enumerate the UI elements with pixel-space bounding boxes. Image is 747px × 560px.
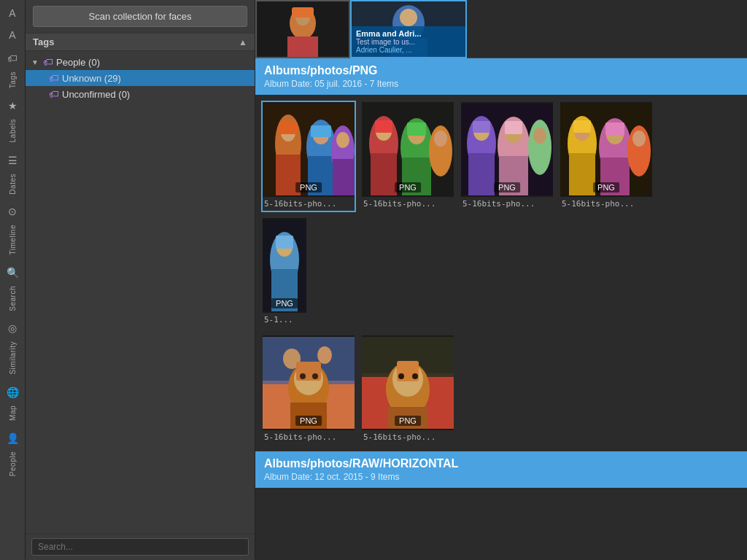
preview-desc: Test image to us... bbox=[356, 38, 461, 46]
labels-label: Labels bbox=[7, 116, 18, 145]
preview-title: Emma and Adri... bbox=[356, 29, 461, 38]
svg-rect-17 bbox=[311, 125, 331, 137]
svg-point-78 bbox=[412, 373, 418, 379]
map-icon: 🌐 bbox=[2, 382, 23, 402]
photo-item-2[interactable]: PNG 5-16bits-pho... bbox=[360, 101, 455, 212]
svg-rect-47 bbox=[573, 120, 591, 133]
album-header-raw: Albums/photos/RAW/HORIZONTAL Album Date:… bbox=[255, 451, 747, 488]
search-label: Search bbox=[7, 283, 18, 314]
dates-icon: ☰ bbox=[2, 150, 23, 171]
photo-name-2: 5-16bits-pho... bbox=[362, 197, 454, 211]
tag-tree: ▼ 🏷 People (0) 🏷 Unknown (29) 🏷 Unconfir… bbox=[26, 51, 255, 533]
tree-label-unknown: Unknown (29) bbox=[62, 73, 121, 84]
photo-name-7: 5-16bits-pho... bbox=[362, 430, 454, 444]
photos-grid-png: PNG 5-16bits-pho... bbox=[255, 95, 747, 334]
svg-rect-23 bbox=[371, 153, 397, 195]
svg-rect-4 bbox=[292, 7, 314, 18]
svg-point-68 bbox=[300, 373, 306, 379]
photo-item-1[interactable]: PNG 5-16bits-pho... bbox=[261, 101, 356, 212]
svg-point-53 bbox=[632, 131, 646, 147]
preview-link: Adrien Caulier, ... bbox=[356, 46, 461, 54]
preview-thumb-selected[interactable]: Emma and Adri... Test image to us... Adr… bbox=[350, 0, 467, 58]
photo-name-4: 5-16bits-pho... bbox=[560, 197, 652, 211]
svg-point-20 bbox=[336, 132, 349, 148]
album-section-raw: Albums/photos/RAW/HORIZONTAL Album Date:… bbox=[255, 451, 747, 488]
timeline-label: Timeline bbox=[7, 222, 18, 257]
album-title-raw: Albums/photos/RAW/HORIZONTAL bbox=[264, 457, 738, 470]
svg-rect-25 bbox=[375, 120, 392, 133]
similarity-icon: ◎ bbox=[2, 318, 23, 338]
photo-thumb-1: PNG bbox=[263, 102, 355, 197]
svg-point-8 bbox=[400, 9, 417, 26]
tree-label-people: People (0) bbox=[56, 57, 100, 68]
photo-thumb-4: PNG bbox=[560, 102, 652, 197]
tree-item-unknown[interactable]: 🏷 Unknown (29) bbox=[26, 70, 255, 86]
photo-item-7[interactable]: PNG 5-16bits-pho... bbox=[360, 334, 455, 446]
photo-label-4: PNG bbox=[593, 182, 619, 192]
photo-label-2: PNG bbox=[395, 182, 421, 192]
sidebar-group-tags[interactable]: 🏷 Tags bbox=[2, 47, 23, 93]
photo-name-3: 5-16bits-pho... bbox=[461, 197, 553, 211]
sidebar: A A 🏷 Tags ★ Labels ☰ Dates ⊙ Timeline 🔍… bbox=[0, 0, 26, 560]
sidebar-group-similarity[interactable]: ◎ Similarity bbox=[2, 316, 23, 379]
sidebar-group-map[interactable]: 🌐 Map bbox=[2, 381, 23, 425]
sidebar-group-dates[interactable]: ☰ Dates bbox=[2, 149, 23, 199]
photo-thumb-3: PNG bbox=[461, 102, 553, 197]
sidebar-group-labels[interactable]: ★ Labels bbox=[2, 94, 23, 147]
svg-rect-34 bbox=[468, 153, 495, 195]
dates-label: Dates bbox=[7, 171, 18, 198]
photo-thumb-2: PNG bbox=[362, 102, 454, 197]
tags-header[interactable]: Tags ▲ bbox=[26, 33, 255, 51]
album-date-raw: Album Date: 12 oct. 2015 - 9 Items bbox=[264, 472, 738, 482]
sidebar-icon-a2[interactable]: A bbox=[2, 25, 23, 45]
svg-point-31 bbox=[434, 131, 447, 147]
people-icon: 👤 bbox=[2, 428, 23, 448]
sidebar-icon-a1[interactable]: A bbox=[2, 3, 23, 23]
tags-label: Tags bbox=[7, 69, 18, 91]
sidebar-group-timeline[interactable]: ⊙ Timeline bbox=[2, 200, 23, 259]
people-label: People bbox=[7, 448, 18, 479]
panel: Scan collection for faces Tags ▲ ▼ 🏷 Peo… bbox=[26, 0, 255, 560]
tree-icon-people: 🏷 bbox=[43, 56, 53, 68]
photo-label-7: PNG bbox=[395, 416, 421, 426]
photo-thumb-7: PNG bbox=[362, 335, 454, 430]
photos-grid-png-row2: PNG 5-16bits-pho... bbox=[255, 334, 747, 451]
scan-button[interactable]: Scan collection for faces bbox=[33, 6, 247, 27]
photo-label-6: PNG bbox=[295, 416, 322, 426]
album-header-png: Albums/photos/PNG Album Date: 05 juil. 2… bbox=[255, 58, 747, 95]
photo-label-5: PNG bbox=[271, 298, 298, 308]
tree-label-unconfirmed: Unconfirmed (0) bbox=[62, 89, 130, 100]
sidebar-group-search[interactable]: 🔍 Search bbox=[2, 261, 23, 316]
tree-item-people[interactable]: ▼ 🏷 People (0) bbox=[26, 54, 255, 70]
tags-icon: 🏷 bbox=[2, 48, 23, 69]
search-bar bbox=[26, 533, 255, 560]
photo-name-1: 5-16bits-pho... bbox=[263, 197, 355, 211]
svg-rect-19 bbox=[333, 159, 355, 195]
svg-rect-29 bbox=[407, 122, 426, 136]
search-input[interactable] bbox=[31, 538, 249, 556]
photo-item-4[interactable]: PNG 5-16bits-pho... bbox=[559, 101, 654, 212]
preview-strip: Emma and Adri... Test image to us... Adr… bbox=[255, 0, 747, 58]
labels-icon: ★ bbox=[2, 96, 23, 116]
photo-item-6[interactable]: PNG 5-16bits-pho... bbox=[261, 334, 356, 446]
svg-rect-58 bbox=[276, 236, 293, 249]
svg-rect-13 bbox=[279, 122, 298, 134]
preview-thumb-1[interactable] bbox=[255, 0, 350, 58]
svg-point-69 bbox=[312, 373, 318, 379]
svg-point-63 bbox=[317, 346, 332, 364]
photo-thumb-6: PNG bbox=[263, 335, 355, 430]
photo-label-3: PNG bbox=[494, 182, 520, 192]
search-icon: 🔍 bbox=[2, 262, 23, 283]
tags-collapse-icon[interactable]: ▲ bbox=[239, 37, 247, 47]
svg-rect-40 bbox=[505, 121, 522, 134]
tree-icon-unconfirmed: 🏷 bbox=[49, 88, 59, 100]
tags-header-label: Tags bbox=[33, 36, 54, 47]
sidebar-group-people[interactable]: 👤 People bbox=[2, 427, 23, 481]
map-label: Map bbox=[7, 402, 18, 424]
tree-item-unconfirmed[interactable]: 🏷 Unconfirmed (0) bbox=[26, 86, 255, 102]
photo-item-5[interactable]: PNG 5-1... bbox=[261, 217, 356, 328]
album-date-png: Album Date: 05 juil. 2016 - 7 Items bbox=[264, 79, 738, 89]
photo-item-3[interactable]: PNG 5-16bits-pho... bbox=[460, 101, 554, 212]
tree-icon-unknown: 🏷 bbox=[49, 72, 59, 84]
svg-point-42 bbox=[533, 128, 546, 144]
